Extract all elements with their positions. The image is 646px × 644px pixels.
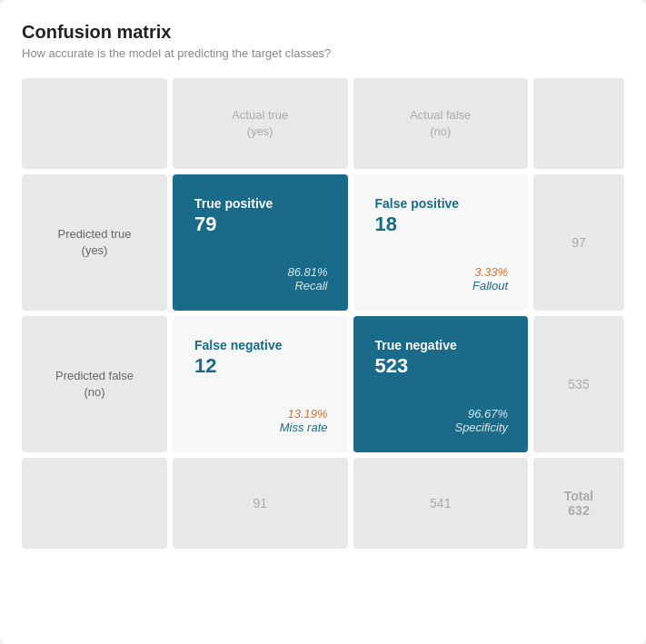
chart-title: Confusion matrix — [22, 22, 624, 43]
col3-total: 541 — [430, 496, 451, 510]
predicted-true-label: Predicted true(yes) — [58, 226, 132, 259]
fp-stat: Fallout — [472, 279, 508, 292]
cell-predicted-false-label: Predicted false(no) — [22, 316, 167, 452]
row2-total: 97 — [571, 235, 586, 250]
cell-col3-total: 541 — [353, 458, 529, 549]
cell-actual-true-header: Actual true(yes) — [173, 78, 348, 169]
cell-empty-top-left — [22, 78, 167, 169]
tn-stats: 96.67% Specificity — [454, 407, 508, 434]
cell-false-positive: False positive 18 3.33% Fallout — [353, 174, 529, 311]
fn-title: False negative — [194, 338, 326, 352]
predicted-false-label: Predicted false(no) — [55, 368, 134, 401]
cell-row2-total: 97 — [533, 174, 624, 311]
tn-percent: 96.67% — [454, 407, 508, 421]
cell-actual-false-header: Actual false(no) — [353, 78, 529, 169]
cell-grand-total: Total 632 — [533, 458, 624, 549]
cell-col2-total: 91 — [173, 458, 348, 549]
cell-empty-bottom-left — [22, 458, 167, 549]
actual-true-label: Actual true(yes) — [232, 107, 288, 140]
tn-value: 523 — [375, 354, 409, 378]
fn-stat: Miss rate — [280, 421, 328, 434]
col2-total: 91 — [253, 496, 267, 510]
cell-true-positive: True positive 79 86.81% Recall — [173, 174, 348, 311]
row3-total: 535 — [568, 377, 589, 391]
tp-stats: 86.81% Recall — [287, 265, 327, 292]
actual-false-label: Actual false(no) — [410, 107, 471, 140]
chart-subtitle: How accurate is the model at predicting … — [22, 46, 624, 60]
cell-empty-top-right — [533, 78, 624, 169]
grand-total-value: 632 — [568, 503, 589, 518]
fp-value: 18 — [375, 213, 507, 236]
fn-stats: 13.19% Miss rate — [280, 407, 328, 434]
grand-total-label: Total — [564, 489, 593, 503]
cell-row3-total: 535 — [533, 316, 624, 452]
fp-stats: 3.33% Fallout — [472, 265, 508, 292]
tp-stat: Recall — [287, 279, 327, 292]
cell-false-negative: False negative 12 13.19% Miss rate — [173, 316, 348, 452]
tp-percent: 86.81% — [287, 265, 327, 279]
fp-title: False positive — [375, 196, 507, 211]
tn-stat: Specificity — [454, 421, 508, 434]
fp-percent: 3.33% — [472, 265, 508, 279]
tn-title: True negative — [375, 338, 457, 352]
fn-percent: 13.19% — [280, 407, 328, 421]
tp-value: 79 — [194, 213, 216, 236]
tp-title: True positive — [194, 196, 273, 211]
cell-predicted-true-label: Predicted true(yes) — [22, 174, 167, 311]
fn-value: 12 — [194, 354, 326, 378]
cell-true-negative: True negative 523 96.67% Specificity — [353, 316, 529, 452]
matrix-grid: Actual true(yes) Actual false(no) Predic… — [22, 78, 624, 549]
confusion-matrix-card: Confusion matrix How accurate is the mod… — [0, 0, 646, 644]
